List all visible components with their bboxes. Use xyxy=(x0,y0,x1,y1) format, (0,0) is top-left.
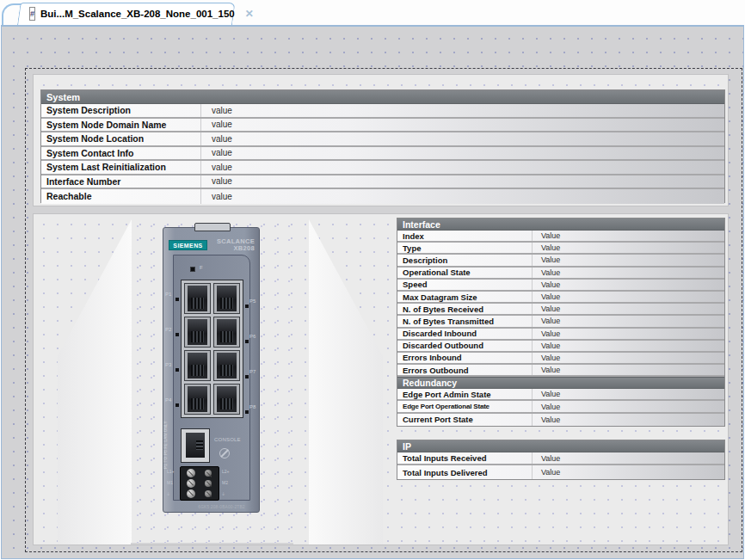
row-label: Index xyxy=(397,231,533,241)
rj45-port xyxy=(184,283,211,314)
port-label-p8: P8 xyxy=(249,404,258,409)
screen-tab-content[interactable]: # Bui...M_Scalance_XB-208_None_001_150 ✕ xyxy=(17,3,232,25)
device-image-area[interactable]: SIEMENS SCALANCE XB208 F xyxy=(58,219,383,545)
row-label: Errors Inbound xyxy=(397,353,533,363)
prohibition-icon xyxy=(219,448,230,458)
power-label-l1: L1+ xyxy=(167,469,179,474)
row-value: Value xyxy=(533,304,724,314)
terminal-screw xyxy=(187,469,195,477)
terminal-screw xyxy=(205,470,212,477)
row-value: Value xyxy=(533,341,724,351)
rj45-jack xyxy=(217,386,237,412)
row-label: System Node Domain Name xyxy=(41,119,201,132)
row-value: Value xyxy=(533,316,724,326)
rj45-port xyxy=(184,384,211,415)
row-label: N. of Bytes Received xyxy=(397,304,533,314)
detail-panel[interactable]: SIEMENS SCALANCE XB208 F xyxy=(33,213,729,545)
ip-table[interactable]: IP Total Inputs Received Value Total Inp… xyxy=(397,440,725,480)
row-label: Description xyxy=(397,255,533,265)
table-row: System Last Reinitialization value xyxy=(41,161,724,175)
system-table[interactable]: System System Description value System N… xyxy=(40,89,725,203)
rj45-port-block xyxy=(181,280,243,418)
fault-led-label: F xyxy=(200,265,203,270)
power-label-l2: L2+ xyxy=(222,469,234,474)
table-row: System Node Location value xyxy=(41,132,724,147)
rj45-jack xyxy=(217,319,237,345)
ground-icon: ⏚ xyxy=(167,491,179,497)
port-label-p5: P5 xyxy=(249,298,258,304)
row-value: Value xyxy=(533,389,724,399)
terminal-screw xyxy=(187,489,195,498)
table-row: Errors Inbound Value xyxy=(397,353,724,365)
device-model-label: SCALANCE XB208 xyxy=(217,238,255,252)
row-label: Edge Port Admin State xyxy=(397,389,533,399)
table-row: Edge Port Admin State Value xyxy=(397,389,724,401)
console-jack xyxy=(186,433,205,458)
rj45-port xyxy=(184,350,211,381)
editor-window: # Bui...M_Scalance_XB-208_None_001_150 ✕… xyxy=(0,0,745,560)
row-value: Value xyxy=(533,231,724,241)
table-row: Current Port State Value xyxy=(397,414,724,426)
row-value: Value xyxy=(533,465,724,478)
row-label: System Node Location xyxy=(41,132,201,145)
row-value: value xyxy=(201,119,724,132)
row-label: Errors Outbound xyxy=(397,365,533,375)
table-row: Reachable value xyxy=(41,189,724,204)
terminal-screw xyxy=(205,480,212,487)
row-value: Value xyxy=(533,365,724,375)
terminal-screw xyxy=(187,479,195,488)
row-label: Interface Number xyxy=(41,175,201,188)
row-label: Edge Port Operational State xyxy=(397,401,533,411)
power-label-m2: M2 xyxy=(222,480,234,485)
screen-document-icon: # xyxy=(29,7,35,21)
faceplate-selection[interactable]: System System Description value System N… xyxy=(25,68,742,552)
table-row: N. of Bytes Transmitted Value xyxy=(397,316,724,328)
tab-strip: # Bui...M_Scalance_XB-208_None_001_150 ✕ xyxy=(0,0,745,25)
row-label: Discarded Inbound xyxy=(397,329,533,339)
design-canvas[interactable]: System System Description value System N… xyxy=(1,25,744,559)
tab-close-icon[interactable]: ✕ xyxy=(245,8,254,20)
row-label: Reachable xyxy=(41,189,201,204)
table-row: Operational State Value xyxy=(397,268,724,280)
terminal-screw xyxy=(205,490,212,497)
table-row: Type Value xyxy=(397,243,724,255)
scalance-switch-image[interactable]: SIEMENS SCALANCE XB208 F xyxy=(163,227,260,513)
row-value: value xyxy=(201,147,724,160)
table-row: Discarded Inbound Value xyxy=(397,329,724,341)
interface-table-header: Interface xyxy=(397,218,724,231)
console-label: CONSOLE xyxy=(214,437,241,442)
tab-title: Bui...M_Scalance_XB-208_None_001_150 xyxy=(40,9,235,19)
row-value: Value xyxy=(533,255,724,265)
console-port xyxy=(181,428,210,463)
row-value: Value xyxy=(533,292,724,302)
table-row: System Contact Info value xyxy=(41,147,724,162)
table-row: Index Value xyxy=(397,231,724,243)
row-value: Value xyxy=(533,353,724,363)
row-value: Value xyxy=(533,414,724,426)
fault-led xyxy=(190,267,195,272)
row-value: Value xyxy=(533,280,724,290)
row-label: Total Inputs Received xyxy=(397,452,533,464)
power-label-m1: M1 xyxy=(167,480,179,485)
table-row: Discarded Outbound Value xyxy=(397,341,724,353)
row-label: Current Port State xyxy=(397,414,533,426)
system-panel[interactable]: System System Description value System N… xyxy=(33,74,729,206)
rj45-jack xyxy=(188,386,207,412)
system-table-header: System xyxy=(41,90,724,104)
row-label: N. of Bytes Transmitted xyxy=(397,316,533,326)
ip-table-header: IP xyxy=(397,440,724,452)
port-label-p4: P4 xyxy=(165,397,174,403)
row-label: Operational State xyxy=(397,268,533,278)
interface-table[interactable]: Interface Index Value Type Value Descrip… xyxy=(397,218,725,427)
row-value: Value xyxy=(533,329,724,339)
row-value: Value xyxy=(533,268,724,278)
rj45-jack xyxy=(217,353,237,378)
table-row: System Node Domain Name value xyxy=(41,119,724,133)
table-row: System Description value xyxy=(41,104,724,119)
table-row: Total Inputs Delivered Value xyxy=(397,465,724,478)
part-number-label: 6GK5 208-0BA00-2TB2 xyxy=(188,505,256,509)
rj45-port xyxy=(184,317,211,348)
row-value: value xyxy=(201,104,724,117)
row-label: Max Datagram Size xyxy=(397,292,533,302)
rj45-port xyxy=(213,350,240,381)
